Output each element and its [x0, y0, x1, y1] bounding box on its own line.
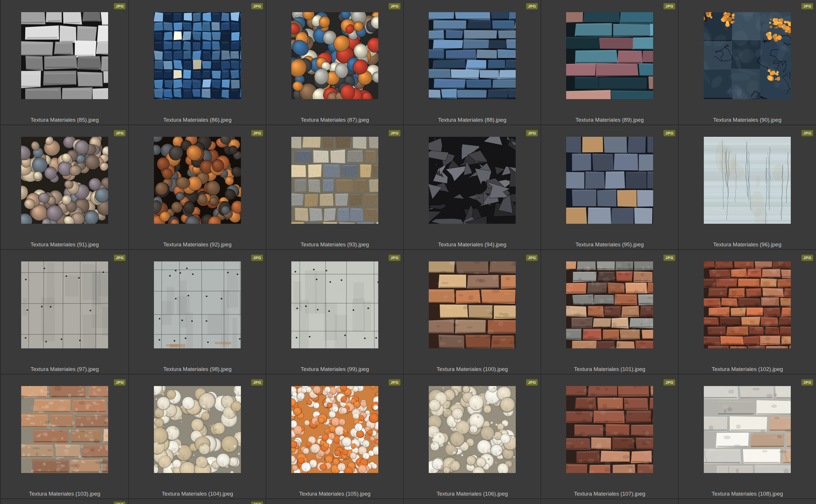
filetype-badge: JPG — [388, 130, 401, 137]
texture-thumbnail[interactable] — [566, 386, 653, 473]
filetype-badge: JPG — [114, 130, 126, 137]
filename-label: Textura Materiales (96).jpeg — [679, 241, 816, 248]
file-cell[interactable]: JPG Textura Materiales (101).jpeg — [541, 250, 679, 374]
texture-thumbnail[interactable] — [429, 386, 516, 473]
file-cell[interactable]: JPG Textura Materiales (108).jpeg — [679, 374, 816, 499]
file-cell-partial — [541, 499, 679, 504]
file-cell-partial — [266, 499, 404, 504]
filename-label: Textura Materiales (94).jpeg — [404, 241, 541, 248]
texture-thumbnail[interactable] — [704, 137, 791, 224]
filetype-badge: JPG — [801, 3, 813, 10]
filename-label: Textura Materiales (98).jpeg — [129, 366, 266, 372]
filetype-badge: JPG — [801, 254, 813, 261]
filetype-badge: JPG — [526, 3, 538, 10]
filetype-badge: JPG — [663, 254, 675, 261]
texture-thumbnail[interactable] — [566, 12, 653, 99]
file-cell[interactable]: JPG Textura Materiales (96).jpeg — [679, 125, 816, 250]
texture-thumbnail[interactable] — [566, 261, 653, 348]
filetype-badge: JPG — [801, 130, 813, 137]
filetype-badge: JPG — [663, 130, 675, 137]
filename-label: Textura Materiales (91).jpeg — [1, 241, 128, 248]
filename-label: Textura Materiales (105).jpeg — [266, 491, 403, 497]
file-cell[interactable]: JPG Textura Materiales (92).jpeg — [129, 125, 266, 250]
filetype-badge: JPG — [526, 254, 538, 261]
texture-thumbnail[interactable] — [429, 12, 516, 99]
file-cell[interactable]: JPG Textura Materiales (104).jpeg — [129, 374, 266, 499]
texture-thumbnail[interactable] — [21, 261, 108, 348]
filename-label: Textura Materiales (108).jpeg — [679, 491, 816, 497]
file-cell-partial[interactable]: JPG — [1, 499, 129, 504]
texture-thumbnail[interactable] — [291, 12, 378, 99]
texture-thumbnail[interactable] — [566, 137, 653, 224]
filename-label: Textura Materiales (95).jpeg — [541, 241, 678, 248]
filename-label: Textura Materiales (100).jpeg — [404, 366, 541, 372]
filetype-badge: JPG — [663, 3, 675, 10]
texture-thumbnail[interactable] — [21, 386, 108, 473]
filename-label: Textura Materiales (103).jpeg — [1, 491, 128, 497]
file-cell[interactable]: JPG Textura Materiales (87).jpeg — [266, 0, 404, 125]
filetype-badge: JPG — [251, 501, 263, 504]
file-cell[interactable]: JPG Textura Materiales (95).jpeg — [541, 125, 679, 250]
filename-label: Textura Materiales (89).jpeg — [541, 117, 678, 123]
file-cell[interactable]: JPG Textura Materiales (91).jpeg — [1, 125, 129, 250]
texture-thumbnail[interactable] — [154, 137, 241, 224]
file-cell-partial[interactable]: JPG — [129, 499, 266, 504]
filetype-badge: JPG — [388, 3, 401, 10]
file-cell[interactable]: JPG Textura Materiales (94).jpeg — [404, 125, 541, 250]
filetype-badge: JPG — [526, 379, 538, 386]
filetype-badge: JPG — [526, 130, 538, 137]
file-cell[interactable]: JPG Textura Materiales (90).jpeg — [679, 0, 816, 125]
file-cell-partial — [404, 499, 541, 504]
texture-thumbnail[interactable] — [291, 261, 378, 348]
texture-thumbnail[interactable] — [704, 12, 791, 99]
texture-thumbnail[interactable] — [154, 261, 241, 348]
file-cell[interactable]: JPG Textura Materiales (88).jpeg — [404, 0, 541, 125]
file-cell[interactable]: JPG Textura Materiales (106).jpeg — [404, 374, 541, 499]
file-cell[interactable]: JPG Textura Materiales (89).jpeg — [541, 0, 679, 125]
filename-label: Textura Materiales (107).jpeg — [541, 491, 678, 497]
file-cell[interactable]: JPG Textura Materiales (99).jpeg — [266, 250, 404, 374]
filename-label: Textura Materiales (99).jpeg — [266, 366, 403, 372]
file-cell[interactable]: JPG Textura Materiales (98).jpeg — [129, 250, 266, 374]
texture-thumbnail[interactable] — [291, 386, 378, 473]
filename-label: Textura Materiales (93).jpeg — [266, 241, 403, 248]
texture-thumbnail[interactable] — [21, 12, 108, 99]
filetype-badge: JPG — [251, 3, 263, 10]
filetype-badge: JPG — [388, 379, 401, 386]
filename-label: Textura Materiales (101).jpeg — [541, 366, 678, 372]
texture-thumbnail[interactable] — [429, 261, 516, 348]
file-cell[interactable]: JPG Textura Materiales (103).jpeg — [1, 374, 129, 499]
texture-thumbnail[interactable] — [291, 137, 378, 224]
filename-label: Textura Materiales (87).jpeg — [266, 117, 403, 123]
filename-label: Textura Materiales (85).jpeg — [1, 117, 128, 123]
filetype-badge: JPG — [251, 130, 263, 137]
file-cell[interactable]: JPG Textura Materiales (107).jpeg — [541, 374, 679, 499]
texture-thumbnail[interactable] — [704, 261, 791, 348]
file-cell[interactable]: JPG Textura Materiales (86).jpeg — [129, 0, 266, 125]
texture-thumbnail[interactable] — [704, 386, 791, 473]
file-cell[interactable]: JPG Textura Materiales (100).jpeg — [404, 250, 541, 374]
filetype-badge: JPG — [114, 254, 126, 261]
filename-label: Textura Materiales (90).jpeg — [679, 117, 816, 123]
filename-label: Textura Materiales (106).jpeg — [404, 491, 541, 497]
file-cell[interactable]: JPG Textura Materiales (93).jpeg — [266, 125, 404, 250]
filename-label: Textura Materiales (97).jpeg — [1, 366, 128, 372]
files-grid: JPG Textura Materiales (85).jpeg JPG Tex… — [0, 0, 816, 504]
filename-label: Textura Materiales (88).jpeg — [404, 117, 541, 123]
filetype-badge: JPG — [114, 379, 126, 386]
filetype-badge: JPG — [114, 3, 126, 10]
filetype-badge: JPG — [388, 254, 401, 261]
file-cell-partial — [679, 499, 816, 504]
texture-thumbnail[interactable] — [21, 137, 108, 224]
file-cell[interactable]: JPG Textura Materiales (102).jpeg — [679, 250, 816, 374]
filename-label: Textura Materiales (104).jpeg — [129, 491, 266, 497]
texture-thumbnail[interactable] — [154, 386, 241, 473]
filename-label: Textura Materiales (102).jpeg — [679, 366, 816, 372]
texture-thumbnail[interactable] — [154, 12, 241, 99]
file-cell[interactable]: JPG Textura Materiales (97).jpeg — [1, 250, 129, 374]
filetype-badge: JPG — [801, 379, 813, 386]
filetype-badge: JPG — [114, 501, 126, 504]
file-cell[interactable]: JPG Textura Materiales (85).jpeg — [1, 0, 129, 125]
file-cell[interactable]: JPG Textura Materiales (105).jpeg — [266, 374, 404, 499]
texture-thumbnail[interactable] — [429, 137, 516, 224]
